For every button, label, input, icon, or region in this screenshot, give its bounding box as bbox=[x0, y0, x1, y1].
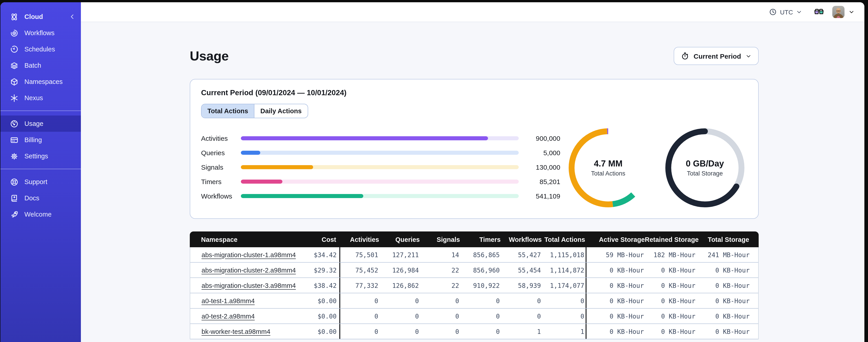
column-header-namespace: Namespace bbox=[190, 236, 309, 243]
bar-label: Workflows bbox=[201, 192, 241, 200]
namespace-cell: abs-migration-cluster-2.a98mm4 bbox=[190, 266, 310, 274]
nexus-icon bbox=[10, 94, 19, 102]
column-header-total-storage: Total Storage bbox=[696, 236, 758, 243]
total-storage-cell: 0 KB-Hour bbox=[697, 328, 759, 335]
active-storage-cell: 59 MB-Hour bbox=[587, 251, 645, 258]
workflows-cell: 58,939 bbox=[501, 282, 542, 289]
timers-cell: 910,922 bbox=[460, 282, 501, 289]
sidebar-item-docs[interactable]: Docs bbox=[0, 190, 81, 206]
workflows-cell: 1 bbox=[501, 328, 542, 335]
bar-value: 130,000 bbox=[519, 163, 560, 171]
sidebar-item-usage[interactable]: Usage bbox=[0, 115, 81, 132]
sidebar-item-welcome[interactable]: Welcome bbox=[0, 206, 81, 223]
column-header-cost: Cost bbox=[309, 236, 339, 243]
bar-track bbox=[241, 194, 519, 198]
sidebar-item-schedules[interactable]: Schedules bbox=[0, 41, 81, 57]
timers-cell: 856,865 bbox=[460, 251, 501, 258]
retained-storage-cell: 0 KB-Hour bbox=[645, 266, 697, 274]
incognito-glasses-icon[interactable] bbox=[814, 8, 824, 16]
column-header-workflows: Workflows bbox=[501, 236, 542, 243]
bar-value: 900,000 bbox=[519, 134, 560, 142]
donut-total-actions: 4.7 MMTotal Actions bbox=[568, 128, 648, 208]
period-dropdown-button[interactable]: Current Period bbox=[674, 47, 758, 65]
donut-value: 0 GB/Day bbox=[686, 159, 724, 169]
namespace-cell: abs-migration-cluster-1.a98mm4 bbox=[190, 251, 310, 259]
content: Usage Current Period Current Period (09/… bbox=[81, 22, 864, 342]
bar-label: Signals bbox=[201, 163, 241, 171]
account-menu-chevron-icon[interactable] bbox=[848, 9, 855, 15]
clock-icon bbox=[769, 8, 777, 16]
sidebar-item-namespaces[interactable]: Namespaces bbox=[0, 73, 81, 90]
namespace-link[interactable]: bk-worker-test.a98mm4 bbox=[202, 328, 271, 335]
sidebar-item-label: Support bbox=[24, 178, 48, 185]
activities-cell: 77,332 bbox=[340, 282, 379, 289]
panel-title: Current Period (09/01/2024 — 10/01/2024) bbox=[201, 89, 747, 97]
retained-storage-cell: 0 KB-Hour bbox=[645, 297, 697, 304]
column-header-activities: Activities bbox=[340, 236, 379, 243]
table-row: bk-worker-test.a98mm4$0.000000110 KB-Hou… bbox=[190, 324, 758, 339]
avatar[interactable] bbox=[832, 6, 844, 18]
signals-cell: 0 bbox=[420, 297, 460, 304]
table-header: NamespaceCostActivitiesQueriesSignalsTim… bbox=[190, 232, 758, 247]
namespace-link[interactable]: a0-test-2.a98mm4 bbox=[202, 312, 255, 320]
namespace-link[interactable]: abs-migration-cluster-2.a98mm4 bbox=[202, 266, 296, 274]
welcome-icon bbox=[10, 210, 19, 218]
sidebar-item-settings[interactable]: Settings bbox=[0, 148, 81, 164]
sidebar-item-label: Workflows bbox=[24, 29, 55, 37]
sidebar-item-support[interactable]: Support bbox=[0, 174, 81, 190]
usage-panel: Current Period (09/01/2024 — 10/01/2024)… bbox=[190, 79, 758, 219]
stopwatch-icon bbox=[681, 52, 689, 60]
timezone-selector[interactable]: UTC bbox=[769, 8, 802, 16]
active-storage-cell: 0 KB-Hour bbox=[587, 312, 645, 320]
sidebar-header-label: Cloud bbox=[24, 13, 63, 20]
actions-tab-group: Total ActionsDaily Actions bbox=[201, 104, 308, 118]
workflows-cell: 0 bbox=[501, 312, 542, 320]
timers-cell: 0 bbox=[460, 328, 501, 335]
total-storage-cell: 0 KB-Hour bbox=[697, 297, 759, 304]
table-body: abs-migration-cluster-1.a98mm4$34.4275,5… bbox=[190, 247, 758, 339]
sidebar: Cloud WorkflowsSchedulesBatchNamespacesN… bbox=[0, 2, 81, 342]
sidebar-item-label: Settings bbox=[24, 152, 48, 160]
total-actions-cell: 1,174,077 bbox=[542, 282, 586, 289]
sidebar-item-label: Docs bbox=[24, 195, 39, 202]
stage: Cloud WorkflowsSchedulesBatchNamespacesN… bbox=[0, 0, 868, 342]
tab-daily-actions[interactable]: Daily Actions bbox=[254, 104, 308, 118]
sidebar-item-workflows[interactable]: Workflows bbox=[0, 25, 81, 41]
docs-icon bbox=[10, 194, 19, 202]
timers-cell: 0 bbox=[460, 297, 501, 304]
tab-total-actions[interactable]: Total Actions bbox=[202, 104, 254, 118]
sidebar-item-label: Usage bbox=[24, 120, 43, 127]
title-row: Usage Current Period bbox=[190, 46, 758, 65]
namespace-link[interactable]: abs-migration-cluster-1.a98mm4 bbox=[202, 251, 296, 258]
sidebar-item-nexus[interactable]: Nexus bbox=[0, 90, 81, 106]
bar-fill bbox=[241, 150, 260, 155]
column-header-total-actions: Total Actions bbox=[542, 236, 585, 243]
queries-cell: 0 bbox=[379, 312, 420, 320]
collapse-sidebar-icon[interactable] bbox=[69, 13, 75, 20]
activities-cell: 0 bbox=[340, 312, 379, 320]
activities-cell: 0 bbox=[340, 297, 379, 304]
chevron-down-icon bbox=[746, 53, 751, 59]
main-column: UTC bbox=[81, 2, 864, 342]
sidebar-item-label: Namespaces bbox=[24, 78, 63, 85]
signals-cell: 22 bbox=[420, 266, 460, 274]
activities-cell: 75,501 bbox=[340, 251, 379, 258]
sidebar-item-batch[interactable]: Batch bbox=[0, 57, 81, 73]
temporal-cloud-icon bbox=[10, 12, 19, 21]
sidebar-item-billing[interactable]: Billing bbox=[0, 132, 81, 148]
app-window: Cloud WorkflowsSchedulesBatchNamespacesN… bbox=[0, 2, 864, 342]
namespace-link[interactable]: a0-test-1.a98mm4 bbox=[202, 297, 255, 304]
usage-bar-workflows: Workflows541,109 bbox=[201, 189, 560, 203]
total-storage-cell: 0 KB-Hour bbox=[697, 312, 759, 320]
sidebar-item-label: Batch bbox=[24, 62, 41, 69]
active-storage-cell: 0 KB-Hour bbox=[587, 282, 645, 289]
retained-storage-cell: 0 KB-Hour bbox=[645, 312, 697, 320]
table-row: abs-migration-cluster-1.a98mm4$34.4275,5… bbox=[190, 247, 758, 263]
sidebar-header: Cloud bbox=[0, 8, 81, 25]
cost-cell: $38.42 bbox=[310, 282, 339, 289]
bar-track bbox=[241, 179, 519, 183]
period-dropdown-label: Current Period bbox=[693, 52, 741, 60]
bar-fill bbox=[241, 165, 313, 169]
workflows-cell: 0 bbox=[501, 297, 542, 304]
namespace-link[interactable]: abs-migration-cluster-3.a98mm4 bbox=[202, 282, 296, 289]
